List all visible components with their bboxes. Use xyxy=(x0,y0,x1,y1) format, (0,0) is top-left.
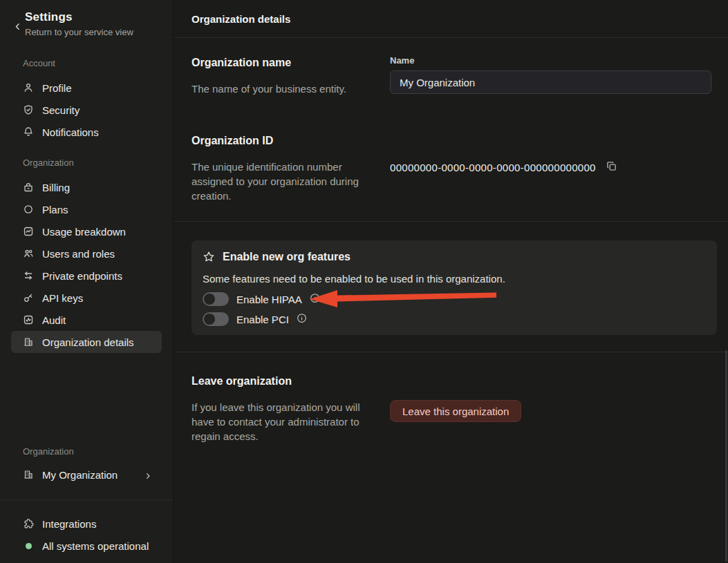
organization-nav-list: Billing Plans Usage breakdown Users and … xyxy=(0,176,173,353)
copy-icon xyxy=(606,160,617,174)
puzzle-icon xyxy=(23,518,34,529)
account-nav-list: Profile Security Notifications xyxy=(0,77,173,143)
sidebar-item-label: Security xyxy=(42,104,80,116)
sidebar-item-label: API keys xyxy=(42,292,83,304)
org-id-section: Organization ID The unique identificatio… xyxy=(174,131,728,203)
main-content: Organization details Organization name T… xyxy=(174,0,728,563)
system-status-label: All systems operational xyxy=(42,540,149,552)
sidebar-item-organization-details[interactable]: Organization details xyxy=(11,331,162,353)
info-icon xyxy=(297,313,307,325)
org-switcher[interactable]: My Organization xyxy=(11,464,162,486)
sidebar-item-users-and-roles[interactable]: Users and roles xyxy=(11,242,162,265)
sidebar-item-label: Organization details xyxy=(42,336,134,348)
integrations-link[interactable]: Integrations xyxy=(11,513,162,535)
status-dot xyxy=(23,540,34,551)
leave-org-section: Leave organization If you leave this org… xyxy=(174,371,728,443)
org-name-section: Organization name The name of your busin… xyxy=(174,53,728,96)
org-switcher-label: My Organization xyxy=(42,469,118,481)
back-button[interactable] xyxy=(10,10,25,37)
wallet-icon xyxy=(23,182,34,193)
section-label-account: Account xyxy=(23,58,173,68)
sidebar-item-label: Billing xyxy=(42,182,70,193)
chevron-left-icon xyxy=(13,23,22,33)
integrations-label: Integrations xyxy=(42,518,96,530)
shield-check-icon xyxy=(23,104,34,115)
sidebar-footer: Organization My Organization xyxy=(0,446,173,563)
hipaa-toggle[interactable] xyxy=(203,292,229,306)
system-status[interactable]: All systems operational xyxy=(11,535,162,557)
settings-app: Settings Return to your service view Acc… xyxy=(0,0,728,563)
star-icon xyxy=(203,251,215,263)
sidebar-subtitle[interactable]: Return to your service view xyxy=(25,27,133,37)
leave-org-description: If you leave this organization you will … xyxy=(192,400,369,443)
org-name-input[interactable] xyxy=(390,70,711,94)
pci-toggle-label: Enable PCI xyxy=(236,314,289,325)
sidebar-item-notifications[interactable]: Notifications xyxy=(11,121,162,143)
building-icon xyxy=(23,469,34,480)
section-label-organization: Organization xyxy=(23,158,173,168)
sidebar-item-api-keys[interactable]: API keys xyxy=(11,287,162,309)
sidebar-divider xyxy=(0,499,173,500)
users-icon xyxy=(23,248,34,259)
chevron-right-icon xyxy=(144,470,152,479)
sidebar-item-profile[interactable]: Profile xyxy=(11,77,162,99)
bell-icon xyxy=(23,126,34,137)
pci-info-button[interactable] xyxy=(297,313,307,325)
footer-org-label: Organization xyxy=(23,446,173,457)
section-divider xyxy=(174,352,728,352)
sidebar-item-billing[interactable]: Billing xyxy=(11,176,162,198)
sidebar-title: Settings xyxy=(25,10,133,24)
features-card-description: Some features need to be enabled to be u… xyxy=(203,273,706,285)
features-card: Enable new org features Some features ne… xyxy=(192,240,717,335)
hipaa-toggle-label: Enable HIPAA xyxy=(236,294,302,305)
sidebar-item-label: Plans xyxy=(42,204,68,216)
page-title: Organization details xyxy=(192,13,290,25)
name-field-label: Name xyxy=(390,55,711,66)
sidebar-item-label: Usage breakdown xyxy=(42,226,126,238)
sidebar-item-label: Notifications xyxy=(42,126,99,138)
user-icon xyxy=(23,82,34,93)
pci-toggle[interactable] xyxy=(203,312,229,326)
hipaa-toggle-row: Enable HIPAA xyxy=(203,292,706,306)
org-id-title: Organization ID xyxy=(192,135,369,147)
circle-icon xyxy=(23,204,34,215)
key-icon xyxy=(23,292,34,303)
sidebar-item-security[interactable]: Security xyxy=(11,99,162,121)
leave-org-title: Leave organization xyxy=(192,375,369,388)
org-name-title: Organization name xyxy=(192,57,369,69)
sidebar-item-label: Profile xyxy=(42,82,72,94)
pci-toggle-row: Enable PCI xyxy=(203,312,706,326)
sidebar-item-private-endpoints[interactable]: Private endpoints xyxy=(11,265,162,287)
scrollbar-thumb[interactable] xyxy=(725,350,727,562)
settings-sidebar: Settings Return to your service view Acc… xyxy=(0,0,174,563)
features-card-title: Enable new org features xyxy=(223,251,351,263)
sidebar-item-usage-breakdown[interactable]: Usage breakdown xyxy=(11,220,162,242)
info-icon xyxy=(310,293,320,305)
section-divider xyxy=(174,221,728,222)
org-id-description: The unique identification number assigne… xyxy=(192,160,369,203)
sidebar-item-label: Private endpoints xyxy=(42,270,122,282)
sidebar-item-plans[interactable]: Plans xyxy=(11,198,162,220)
org-id-value: 00000000-0000-0000-0000-000000000000 xyxy=(390,162,596,173)
org-name-description: The name of your business entity. xyxy=(192,82,369,96)
swap-arrows-icon xyxy=(23,270,34,281)
activity-icon xyxy=(23,314,34,325)
building-icon xyxy=(23,336,34,347)
leave-organization-button[interactable]: Leave this organization xyxy=(390,400,521,422)
hipaa-info-button[interactable] xyxy=(310,293,320,305)
sidebar-item-label: Users and roles xyxy=(42,248,115,260)
page-header: Organization details xyxy=(174,0,728,38)
sidebar-item-label: Audit xyxy=(42,314,66,326)
copy-button[interactable] xyxy=(606,160,617,174)
sidebar-item-audit[interactable]: Audit xyxy=(11,309,162,331)
chart-icon xyxy=(23,226,34,237)
sidebar-header: Settings Return to your service view xyxy=(0,0,173,37)
